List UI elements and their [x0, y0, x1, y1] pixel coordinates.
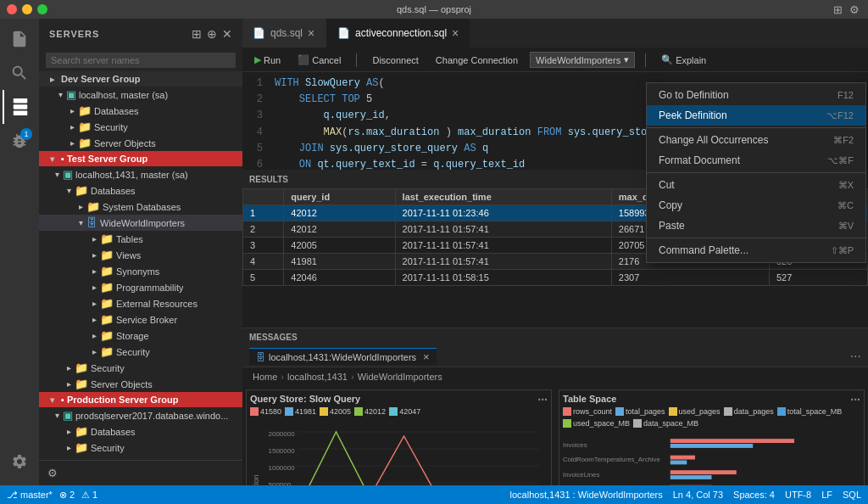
- chart-more-icon[interactable]: ···: [537, 394, 548, 406]
- server-localhost-dev[interactable]: ▾ ▣ localhost, master (sa): [39, 87, 242, 103]
- ctx-format-doc[interactable]: Format Document ⌥⌘F: [647, 150, 865, 171]
- db-icon: 🗄: [256, 352, 265, 362]
- tab-activeconn-close[interactable]: ×: [452, 27, 459, 39]
- minimize-button[interactable]: [22, 4, 32, 14]
- git-branch[interactable]: ⎇ master*: [7, 490, 53, 501]
- security-test[interactable]: ▸ 📁 Security: [39, 360, 242, 376]
- folder-icon: 📁: [100, 329, 114, 342]
- group-test-arrow: ▾: [46, 154, 58, 164]
- views[interactable]: ▸ 📁 Views: [39, 247, 242, 263]
- server-objects-dev[interactable]: ▸ 📁 Server Objects: [39, 135, 242, 151]
- activity-files[interactable]: [3, 22, 36, 56]
- settings-footer-icon[interactable]: ⚙: [47, 467, 58, 479]
- external-resources[interactable]: ▸ 📁 External Resources: [39, 295, 242, 311]
- connection-status[interactable]: localhost,1431 : WideWorldImporters: [510, 490, 663, 500]
- ctx-goto-def[interactable]: Go to Definition F12: [647, 85, 865, 105]
- tables[interactable]: ▸ 📁 Tables: [39, 231, 242, 247]
- ctx-format-doc-label: Format Document: [659, 154, 740, 166]
- views-label: Views: [116, 250, 141, 260]
- svg-rect-25: [670, 475, 712, 479]
- line-ending-status[interactable]: LF: [821, 490, 832, 500]
- search-input[interactable]: [46, 53, 236, 68]
- synonyms[interactable]: ▸ 📁 Synonyms: [39, 263, 242, 279]
- databases-label: Databases: [94, 106, 139, 116]
- programmability[interactable]: ▸ 📁 Programmability: [39, 279, 242, 295]
- status-bar: ⎇ master* ⊗ 2 ⚠ 1 localhost,1431 : WideW…: [0, 485, 868, 504]
- system-databases[interactable]: ▸ 📁 System Databases: [39, 199, 242, 215]
- activity-settings[interactable]: [3, 445, 36, 479]
- explain-button[interactable]: 🔍 Explain: [656, 53, 711, 67]
- settings-icon[interactable]: ⚙: [849, 3, 860, 16]
- group-prod-label: ▪ Production Server Group: [61, 395, 178, 405]
- group-dev[interactable]: ▸ Dev Server Group: [39, 71, 242, 87]
- dashboard-tab[interactable]: 🗄 localhost,1431:WideWorldImporters ×: [249, 348, 437, 365]
- server-localhost-test[interactable]: ▾ ▣ localhost,1431, master (sa): [39, 166, 242, 182]
- security-dev[interactable]: ▸ 📁 Security: [39, 119, 242, 135]
- activity-servers[interactable]: [3, 90, 36, 124]
- connection-selector[interactable]: WideWorldImporters ▾: [530, 52, 635, 68]
- ctx-peek-def[interactable]: Peek Definition ⌥F12: [647, 105, 865, 126]
- security-wwi[interactable]: ▸ 📁 Security: [39, 344, 242, 360]
- folder-icon: 📁: [100, 313, 114, 326]
- indent-status[interactable]: Spaces: 4: [733, 490, 775, 500]
- security-prod-arrow: ▸: [63, 443, 75, 452]
- ctx-change-all[interactable]: Change All Occurrences ⌘F2: [647, 130, 865, 150]
- breadcrumb-home[interactable]: Home: [253, 372, 277, 382]
- folder-icon: 📁: [75, 425, 88, 438]
- breadcrumb-server[interactable]: localhost,1431: [287, 372, 348, 382]
- server-prod[interactable]: ▾ ▣ prodsqlserver2017.database.windo...: [39, 407, 242, 423]
- activity-search[interactable]: [3, 56, 36, 90]
- branch-name: master*: [20, 490, 53, 500]
- cancel-button[interactable]: ⬛ Cancel: [292, 53, 346, 67]
- ctx-peek-def-shortcut: ⌥F12: [826, 110, 854, 121]
- close-button[interactable]: [7, 4, 17, 14]
- wideworldimporters[interactable]: ▾ 🗄 WideWorldImporters: [39, 215, 242, 231]
- table-row[interactable]: 5 42046 2017-11-11 01:58:15 2307 527: [243, 270, 868, 286]
- group-test[interactable]: ▾ ▪ Test Server Group: [39, 151, 242, 166]
- close-sidebar-icon[interactable]: ✕: [222, 27, 232, 41]
- databases-dev[interactable]: ▸ 📁 Databases: [39, 103, 242, 119]
- split-icon[interactable]: ⊞: [833, 3, 843, 16]
- change-connection-button[interactable]: Change Connection: [431, 53, 523, 67]
- ctx-copy[interactable]: Copy ⌘C: [647, 195, 865, 216]
- tab-qds[interactable]: 📄 qds.sql ×: [242, 19, 327, 48]
- tab-qds-close[interactable]: ×: [308, 27, 314, 39]
- more-icon[interactable]: ···: [850, 349, 861, 364]
- activity-debug[interactable]: 1: [3, 124, 36, 158]
- encoding-status[interactable]: UTF-8: [785, 490, 811, 500]
- disconnect-button[interactable]: Disconnect: [367, 53, 423, 67]
- context-menu: Go to Definition F12 Peek Definition ⌥F1…: [646, 82, 866, 263]
- ctx-change-all-shortcut: ⌘F2: [833, 135, 854, 146]
- dashboard-tab-close[interactable]: ×: [423, 350, 430, 363]
- ctx-cmd-palette[interactable]: Command Palette... ⇧⌘P: [647, 240, 865, 260]
- server-objects-test[interactable]: ▸ 📁 Server Objects: [39, 376, 242, 392]
- tab-activeconn[interactable]: 📄 activeconnection.sql ×: [327, 19, 470, 48]
- main-layout: 1 SERVERS ⊞ ⊕ ✕ ▸ Dev Server Group: [0, 19, 868, 485]
- warning-count[interactable]: ⚠ 1: [81, 490, 97, 501]
- security-prod[interactable]: ▸ 📁 Security: [39, 440, 242, 456]
- breadcrumb-db[interactable]: WideWorldImporters: [358, 372, 442, 382]
- databases-prod[interactable]: ▸ 📁 Databases: [39, 423, 242, 440]
- error-count[interactable]: ⊗ 2: [59, 490, 75, 501]
- ctx-sep2: [647, 172, 865, 173]
- service-broker[interactable]: ▸ 📁 Service Broker: [39, 311, 242, 328]
- svg-rect-21: [670, 444, 754, 448]
- storage[interactable]: ▸ 📁 Storage: [39, 328, 242, 344]
- add-server-icon[interactable]: ⊕: [207, 27, 217, 41]
- maximize-button[interactable]: [37, 4, 47, 14]
- group-prod[interactable]: ▾ ▪ Production Server Group: [39, 392, 242, 407]
- security-t-label: Security: [91, 363, 125, 373]
- ctx-cut[interactable]: Cut ⌘X: [647, 175, 865, 195]
- new-connection-icon[interactable]: ⊞: [192, 27, 202, 41]
- ctx-paste[interactable]: Paste ⌘V: [647, 216, 865, 236]
- col-query-id[interactable]: query_id: [284, 189, 395, 205]
- ctx-sep3: [647, 238, 865, 238]
- activity-bar: 1: [0, 19, 39, 485]
- run-button[interactable]: ▶ Run: [249, 53, 286, 67]
- databases-test[interactable]: ▾ 📁 Databases: [39, 182, 242, 199]
- cursor-position[interactable]: Ln 4, Col 73: [673, 490, 723, 500]
- legend-label: 42012: [364, 407, 386, 416]
- col-last-exec[interactable]: last_execution_time: [395, 189, 611, 205]
- language-status[interactable]: SQL: [843, 490, 861, 500]
- ts-more-icon[interactable]: ···: [850, 394, 860, 406]
